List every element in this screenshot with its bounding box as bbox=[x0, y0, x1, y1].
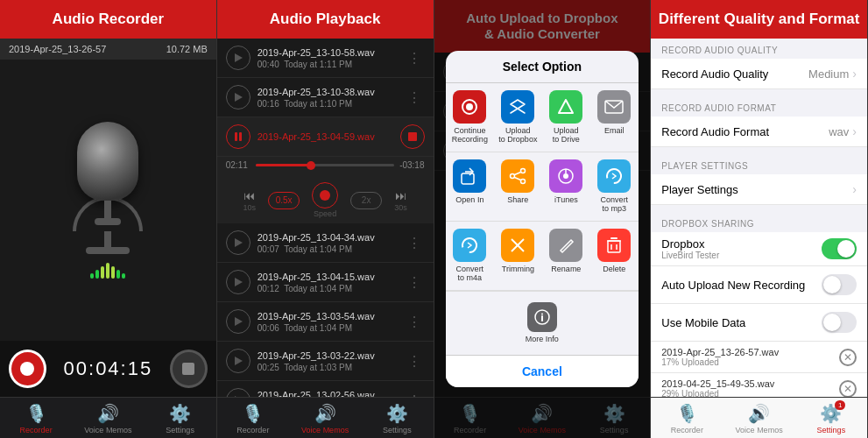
more-btn-1[interactable]: ⋮ bbox=[404, 46, 425, 70]
nav-voice-memos-p2[interactable]: 🔊 Voice Memos bbox=[289, 403, 361, 434]
play-button-6[interactable] bbox=[226, 309, 251, 334]
dropbox-toggle[interactable] bbox=[822, 238, 857, 259]
cancel-upload-2[interactable]: ✕ bbox=[839, 380, 857, 398]
stop-circle-active[interactable] bbox=[400, 124, 425, 149]
speed-2x-badge[interactable]: 2x bbox=[350, 192, 382, 209]
skip-back-label: 10s bbox=[243, 203, 257, 212]
auto-upload-row[interactable]: Auto Upload New Recording bbox=[651, 266, 867, 304]
modal-overlay: Select Option ContinueRecording Uploadto… bbox=[434, 0, 651, 438]
play-button-5[interactable] bbox=[226, 270, 251, 294]
option-itunes[interactable]: iTunes bbox=[542, 152, 590, 222]
play-button-8[interactable] bbox=[226, 388, 251, 397]
more-info-row[interactable]: More Info bbox=[446, 291, 639, 355]
drive-icon bbox=[549, 90, 582, 124]
nav-voice-memos-p4[interactable]: 🔊 Voice Memos bbox=[723, 403, 795, 434]
more-info-item[interactable]: More Info bbox=[519, 299, 566, 348]
progress-bar[interactable] bbox=[256, 164, 394, 166]
option-drive[interactable]: Uploadto Drive bbox=[542, 83, 590, 152]
openin-label: Open In bbox=[455, 196, 483, 205]
gap2 bbox=[651, 147, 867, 154]
player-row[interactable]: Player Settings › bbox=[651, 174, 867, 205]
nav-recorder[interactable]: 🎙️ Recorder bbox=[0, 403, 72, 434]
play-button-4[interactable] bbox=[226, 230, 251, 255]
format-row[interactable]: Record Audio Format wav › bbox=[651, 117, 867, 147]
list-item: 2019-Apr-25_13-10-38.wav 00:16 Today at … bbox=[217, 78, 434, 117]
auto-upload-label: Auto Upload New Recording bbox=[661, 279, 805, 292]
dropbox-icon bbox=[501, 90, 534, 124]
audio-name-8: 2019-Apr-25_13-02-56.wav bbox=[258, 390, 397, 398]
option-delete[interactable]: Delete bbox=[590, 222, 639, 291]
nav-voice-memos[interactable]: 🔊 Voice Memos bbox=[72, 403, 144, 434]
email-label: Email bbox=[604, 127, 625, 136]
mic-base bbox=[86, 247, 130, 254]
delete-label: Delete bbox=[603, 265, 625, 274]
speed-label: 0.5x bbox=[276, 195, 293, 205]
m4a-label: Convertto m4a bbox=[456, 265, 484, 283]
upload-item-2-pct: 29% Uploaded bbox=[661, 389, 774, 397]
upload-item-1-pct: 17% Uploaded bbox=[661, 357, 779, 367]
play-button-3[interactable] bbox=[226, 124, 251, 149]
option-trim[interactable]: Trimming bbox=[494, 222, 542, 291]
trim-icon bbox=[501, 229, 534, 262]
recorder-icon-p4: 🎙️ bbox=[676, 403, 698, 424]
nav-recorder-p2[interactable]: 🎙️ Recorder bbox=[217, 403, 289, 434]
cancel-button[interactable]: Cancel bbox=[446, 355, 639, 387]
option-m4a[interactable]: Convertto m4a bbox=[446, 222, 494, 291]
voice-memos-icon-p4: 🔊 bbox=[748, 403, 770, 424]
option-dropbox[interactable]: Uploadto Dropbox bbox=[494, 83, 542, 152]
recorder-info: 2019-Apr-25_13-26-57 10.72 MB bbox=[0, 39, 216, 60]
skip-back-button[interactable]: ⏮ bbox=[243, 189, 255, 202]
more-btn-6[interactable]: ⋮ bbox=[404, 310, 425, 334]
play-triangle-5 bbox=[235, 278, 243, 286]
mobile-data-toggle[interactable] bbox=[822, 312, 857, 333]
voice-memos-icon-p2: 🔊 bbox=[314, 403, 336, 424]
recorder-icon-p2: 🎙️ bbox=[242, 403, 264, 424]
cancel-upload-1[interactable]: ✕ bbox=[839, 349, 857, 366]
nav-settings-p2[interactable]: ⚙️ Settings bbox=[361, 403, 433, 434]
auto-upload-toggle[interactable] bbox=[822, 274, 857, 295]
section-label-format: RECORD AUDIO FORMAT bbox=[651, 96, 867, 117]
delete-icon bbox=[597, 229, 631, 262]
more-btn-7[interactable]: ⋮ bbox=[404, 350, 425, 373]
option-mp3[interactable]: Convertto mp3 bbox=[590, 152, 639, 222]
option-openin[interactable]: Open In bbox=[446, 152, 494, 222]
option-rename[interactable]: Rename bbox=[542, 222, 590, 291]
record-dot bbox=[20, 362, 34, 376]
play-button-2[interactable] bbox=[226, 85, 251, 110]
option-share[interactable]: Share bbox=[494, 152, 542, 222]
nav-settings-p4[interactable]: ⚙️ 1 Settings bbox=[795, 403, 867, 434]
panel4-title: Different Quality and Format bbox=[651, 0, 867, 39]
option-email[interactable]: Email bbox=[590, 83, 639, 152]
settings-content: RECORD AUDIO QUALITY Record Audio Qualit… bbox=[651, 39, 867, 397]
drive-label: Uploadto Drive bbox=[553, 127, 580, 145]
nav-recorder-p4[interactable]: 🎙️ Recorder bbox=[651, 403, 723, 434]
more-btn-5[interactable]: ⋮ bbox=[404, 271, 425, 294]
quality-row[interactable]: Record Audio Quality Medium › bbox=[651, 59, 867, 89]
option-continue[interactable]: ContinueRecording bbox=[446, 83, 494, 152]
speed-badge[interactable]: 0.5x bbox=[268, 192, 300, 209]
panel1-title: Audio Recorder bbox=[0, 0, 216, 39]
mobile-data-row[interactable]: Use Mobile Data bbox=[651, 304, 867, 342]
more-btn-4[interactable]: ⋮ bbox=[404, 231, 425, 255]
audio-list: 2019-Apr-25_13-10-58.wav 00:40 Today at … bbox=[217, 39, 434, 397]
gap1 bbox=[651, 89, 867, 96]
mp3-label: Convertto mp3 bbox=[601, 196, 629, 214]
more-btn-8[interactable]: ⋮ bbox=[404, 389, 425, 398]
info-icon bbox=[527, 302, 557, 332]
skip-forward-button[interactable]: ⏭ bbox=[395, 189, 406, 202]
audio-name-3: 2019-Apr-25_13-04-59.wav bbox=[258, 131, 393, 142]
playback-record-button[interactable] bbox=[312, 182, 338, 208]
recording-filename: 2019-Apr-25_13-26-57 bbox=[9, 44, 106, 54]
audio-name-5: 2019-Apr-25_13-04-15.wav bbox=[258, 272, 397, 282]
play-button-1[interactable] bbox=[226, 46, 251, 70]
more-btn-2[interactable]: ⋮ bbox=[404, 86, 425, 110]
play-button-7[interactable] bbox=[226, 349, 251, 373]
quality-chevron: › bbox=[852, 67, 857, 81]
progress-fill bbox=[256, 164, 311, 166]
stop-button[interactable] bbox=[170, 350, 208, 388]
mic-container bbox=[73, 122, 143, 279]
nav-settings[interactable]: ⚙️ Settings bbox=[145, 403, 216, 434]
list-item: 2019-Apr-25_13-10-58.wav 00:40 Today at … bbox=[217, 39, 434, 78]
record-button[interactable] bbox=[9, 350, 46, 388]
audio-meta-5: 00:12 Today at 1:04 PM bbox=[258, 284, 397, 293]
